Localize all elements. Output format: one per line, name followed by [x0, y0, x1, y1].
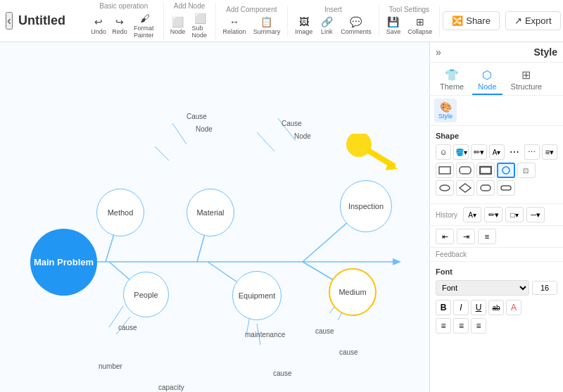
align-right-button[interactable]: ≡	[471, 318, 486, 334]
indent-btn[interactable]: ⇤	[436, 229, 454, 244]
feedback-label: Feedback	[436, 251, 467, 258]
side-icon-row: 🎨 Style	[430, 96, 563, 126]
bold-button[interactable]: B	[436, 300, 451, 315]
more-style-btn[interactable]: ⋯	[507, 144, 522, 160]
collapse-button[interactable]: ⊞ Collapse	[405, 15, 435, 37]
toolbar-group-tool-settings: Tool Settings 💾 Save ⊞ Collapse	[384, 6, 441, 37]
smiley-btn[interactable]: ☺	[436, 144, 451, 160]
panel-collapse-btn[interactable]: »	[436, 46, 441, 58]
node-icon: ⬜	[172, 16, 184, 27]
toolbar-group-label-tool-settings: Tool Settings	[389, 6, 429, 13]
tab-theme-label: Theme	[440, 82, 464, 91]
pencil-btn[interactable]: ✏▾	[471, 144, 486, 160]
header-right: 🔀 Share ↗ Export	[443, 11, 560, 30]
inspection-node[interactable]: Inspection	[340, 180, 392, 232]
comments-label: Comments	[341, 28, 372, 35]
font-family-select[interactable]: Font	[436, 280, 529, 296]
sub-node-button[interactable]: ⬜ Sub Node	[189, 11, 211, 40]
canvas[interactable]: Main Problem Method Material Inspection …	[0, 42, 429, 392]
shape-rect[interactable]	[436, 163, 454, 178]
shape-diamond[interactable]	[456, 180, 474, 196]
main-problem-node[interactable]: Main Problem	[30, 229, 97, 296]
method-node[interactable]: Method	[96, 189, 144, 236]
fill-color-btn[interactable]: 🪣▾	[453, 144, 469, 160]
export-button[interactable]: ↗ Export	[505, 11, 561, 30]
save-button[interactable]: 💾 Save	[384, 15, 404, 37]
medium-node[interactable]: Medium	[329, 268, 377, 316]
save-icon: 💾	[387, 16, 399, 27]
underline-button[interactable]: U	[471, 300, 486, 315]
tab-theme[interactable]: 👕 Theme	[434, 65, 469, 95]
medium-label: Medium	[339, 288, 366, 296]
maintenance-label: maintenance	[245, 331, 285, 339]
undo-button[interactable]: ↩ Undo	[89, 15, 108, 37]
shape-thick-rect[interactable]	[476, 163, 495, 178]
summary-button[interactable]: 📋 Summary	[251, 15, 284, 37]
svg-line-8	[155, 146, 169, 160]
text-bg-btn[interactable]: A▾	[489, 144, 505, 160]
toolbar: Basic operation ↩ Undo ↪ Redo 🖌 Format P…	[89, 2, 443, 40]
toolbar-group-label-insert: Insert	[324, 6, 342, 13]
line-drop-btn[interactable]: ✏▾	[484, 207, 502, 222]
save-label: Save	[386, 28, 401, 35]
lines-btn[interactable]: ≡▾	[542, 144, 557, 160]
shape-row2	[436, 180, 557, 196]
image-label: Image	[295, 28, 312, 35]
dash-btn[interactable]: ─▾	[526, 207, 545, 222]
tab-structure[interactable]: ⊞ Structure	[505, 65, 548, 95]
number-label: number	[99, 362, 122, 370]
outdent-btn[interactable]: ⇥	[457, 229, 475, 244]
shape-more1[interactable]: ⊡	[517, 163, 536, 178]
shade-btn[interactable]: □▾	[505, 207, 524, 222]
comments-icon: 💬	[350, 16, 362, 27]
collapse-icon: ⊞	[416, 16, 424, 27]
tab-node-label: Node	[478, 82, 496, 91]
svg-point-30	[440, 185, 450, 191]
format-painter-button[interactable]: 🖌 Format Painter	[131, 11, 159, 40]
image-icon: 🖼	[299, 16, 309, 27]
link-icon: 🔗	[321, 16, 333, 27]
redo-icon: ↪	[115, 16, 124, 27]
doc-title: Untitled	[18, 13, 75, 28]
back-button[interactable]: ‹	[6, 12, 13, 30]
redo-button[interactable]: ↪ Redo	[110, 15, 129, 37]
style-side-btn[interactable]: 🎨 Style	[434, 99, 457, 122]
image-button[interactable]: 🖼 Image	[292, 15, 315, 37]
method-label: Method	[108, 208, 134, 217]
font-section: Font Font B I U ab A ≡ ≡ ≡	[430, 262, 563, 339]
font-size-input[interactable]	[532, 281, 557, 295]
people-node[interactable]: People	[123, 272, 169, 317]
comments-button[interactable]: 💬 Comments	[338, 15, 374, 37]
sub-node-icon: ⬜	[194, 13, 206, 24]
panel-header: » Style	[430, 42, 563, 63]
more-style2-btn[interactable]: ≡	[478, 229, 496, 244]
shape-stadium2[interactable]	[497, 180, 515, 196]
theme-icon: 👕	[445, 68, 459, 82]
svg-rect-33	[501, 186, 511, 190]
align-center-button[interactable]: ≡	[453, 318, 469, 334]
shape-rounded-rect[interactable]	[456, 163, 474, 178]
equipment-node[interactable]: Equipment	[232, 271, 282, 320]
tab-node[interactable]: ⬡ Node	[472, 65, 502, 95]
style-color-row1: ☺ 🪣▾ ✏▾ A▾ ⋯ ⋯ ≡▾	[436, 144, 557, 160]
font-section-title: Font	[436, 267, 557, 276]
feedback-row: Feedback	[430, 248, 563, 262]
link-button[interactable]: 🔗 Link	[317, 15, 336, 37]
border-dots-btn[interactable]: ⋯	[524, 144, 540, 160]
capacity-label: capacity	[158, 384, 184, 391]
font-format-row: B I U ab A	[436, 300, 557, 315]
summary-label: Summary	[253, 28, 281, 35]
strikethrough-button[interactable]: ab	[488, 300, 504, 315]
shape-oval[interactable]	[436, 180, 454, 196]
font-color-button[interactable]: A	[506, 300, 521, 315]
align-left-button[interactable]: ≡	[436, 318, 451, 334]
shape-stadium[interactable]	[476, 180, 495, 196]
italic-button[interactable]: I	[453, 300, 469, 315]
node-button[interactable]: ⬜ Node	[168, 15, 188, 37]
share-button[interactable]: 🔀 Share	[443, 11, 500, 30]
shape-circle[interactable]	[497, 163, 515, 178]
fill-drop-btn[interactable]: A▾	[463, 207, 481, 222]
material-node[interactable]: Material	[186, 189, 234, 236]
history-row: History A▾ ✏▾ □▾ ─▾	[430, 204, 563, 226]
relation-button[interactable]: ↔ Relation	[220, 15, 249, 37]
